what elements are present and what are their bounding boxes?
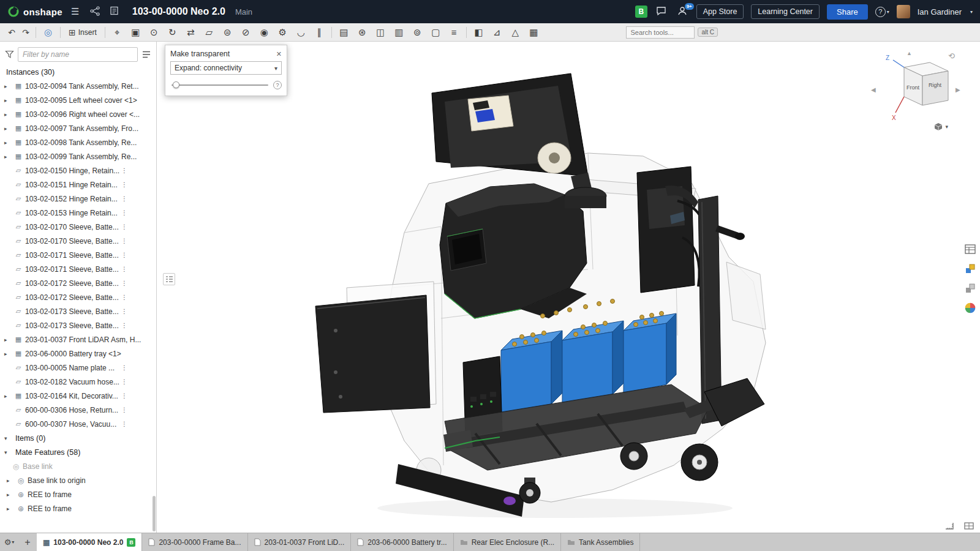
cylindrical-mate-icon[interactable]: ⊜ xyxy=(219,25,236,40)
ball-mate-icon[interactable]: ◉ xyxy=(255,25,273,40)
instance-row[interactable]: ▱103-02-0171 Sleeve, Batte...⋮ xyxy=(0,262,156,276)
instance-row[interactable]: ▱103-02-0173 Sleeve, Batte...⋮ xyxy=(0,304,156,318)
tree-collapse-toggle[interactable] xyxy=(163,273,175,285)
expand-caret-icon[interactable]: ▸ xyxy=(4,351,13,357)
search-tools-input[interactable] xyxy=(626,26,695,39)
instance-row[interactable]: ▱103-02-0152 Hinge Retain...⋮ xyxy=(0,192,156,206)
mass-properties-icon[interactable]: △ xyxy=(507,25,524,40)
tree-scrollbar[interactable] xyxy=(153,496,156,531)
instance-row[interactable]: ▸▦203-01-0037 Front LiDAR Asm, H... xyxy=(0,332,156,347)
section-view-icon[interactable]: ◧ xyxy=(470,25,488,40)
fastened-mate-icon[interactable]: ⊙ xyxy=(145,25,163,40)
expand-caret-icon[interactable]: ▸ xyxy=(7,506,16,512)
expand-caret-icon[interactable]: ▸ xyxy=(4,97,13,103)
mate-feature-row[interactable]: ◎Base link xyxy=(0,459,156,473)
display-states-panel-button[interactable] xyxy=(962,280,979,296)
view-cube[interactable]: ◀ ▶ ▲ ⟲ Front Right Z X xyxy=(869,47,967,129)
instance-row[interactable]: ▱103-02-0172 Sleeve, Batte...⋮ xyxy=(0,276,156,290)
linear-pattern-icon[interactable]: ▤ xyxy=(335,25,353,40)
help-icon[interactable]: ? xyxy=(273,81,282,89)
expand-caret-icon[interactable]: ▸ xyxy=(4,337,13,343)
expand-caret-icon[interactable]: ▸ xyxy=(4,140,13,146)
rotate-right-arrow-icon[interactable]: ▶ xyxy=(956,86,960,93)
graphics-area[interactable]: Make transparent ✕ Expand: connectivity … xyxy=(157,42,980,533)
collapse-caret-icon[interactable]: ▾ xyxy=(4,435,13,441)
instance-row[interactable]: ▱103-02-0172 Sleeve, Batte...⋮ xyxy=(0,290,156,304)
instance-row[interactable]: ▸▦203-06-0000 Battery tray <1> xyxy=(0,347,156,361)
bom-table-icon[interactable]: ▦ xyxy=(525,25,543,40)
replicate-icon[interactable]: ▥ xyxy=(390,25,408,40)
mate-feature-row[interactable]: ▸⊕REE to frame xyxy=(0,487,156,501)
comments-icon[interactable] xyxy=(655,6,668,18)
instance-row[interactable]: ▱103-02-0170 Sleeve, Batte...⋮ xyxy=(0,220,156,234)
filter-by-name-input[interactable] xyxy=(18,47,138,62)
instance-row[interactable]: ▱103-00-0005 Name plate ...⋮ xyxy=(0,361,156,375)
learning-center-button[interactable]: Learning Center xyxy=(751,4,820,19)
instance-row[interactable]: ▱103-02-0151 Hinge Retain...⋮ xyxy=(0,178,156,192)
expand-caret-icon[interactable]: ▸ xyxy=(4,111,13,118)
instance-row[interactable]: ▸▦103-02-0099 Tank Assembly, Re... xyxy=(0,149,156,163)
appearance-panel-button[interactable] xyxy=(962,300,979,316)
instance-row[interactable]: ▸▦103-02-0164 Kit, Decorativ...⋮ xyxy=(0,389,156,403)
instance-row[interactable]: ▱600-00-0307 Hose, Vacuu...⋮ xyxy=(0,417,156,431)
bom-panel-button[interactable] xyxy=(962,241,979,257)
instance-row[interactable]: ▸▦103-02-0098 Tank Assembly, Re... xyxy=(0,135,156,149)
instance-row[interactable]: ▸▦103-02-0096 Right wheel cover <... xyxy=(0,107,156,121)
scale-indicator-icon[interactable] xyxy=(944,522,954,530)
instance-row[interactable]: ▸▦103-02-0094 Tank Assembly, Ret... xyxy=(0,79,156,93)
tab-battery-tray[interactable]: 203-06-0000 Battery tr... xyxy=(351,533,453,551)
instance-row[interactable]: ▱103-02-0150 Hinge, Retain...⋮ xyxy=(0,163,156,178)
versions-graph-icon[interactable] xyxy=(88,6,102,18)
transparency-slider[interactable] xyxy=(172,84,268,86)
rotate-left-arrow-icon[interactable]: ◀ xyxy=(871,86,876,93)
slider-thumb[interactable] xyxy=(173,81,179,88)
instance-row[interactable]: ▱103-02-0170 Sleeve, Batte...⋮ xyxy=(0,234,156,248)
exploded-view-icon[interactable]: ⊚ xyxy=(409,25,426,40)
instance-row[interactable]: ▱600-00-0306 Hose, Return...⋮ xyxy=(0,403,156,417)
expand-caret-icon[interactable]: ▸ xyxy=(7,478,16,484)
edit-in-context-icon[interactable]: ◎ xyxy=(39,25,57,40)
user-menu-chevron-icon[interactable]: ▾ xyxy=(970,9,973,15)
app-store-button[interactable]: App Store xyxy=(696,4,744,19)
collapse-caret-icon[interactable]: ▾ xyxy=(4,449,13,455)
configurations-panel-button[interactable] xyxy=(962,261,979,277)
help-menu[interactable]: ? ▾ xyxy=(875,7,889,17)
instance-row[interactable]: ▸▦103-02-0095 Left wheel cover <1> xyxy=(0,93,156,107)
insert-button[interactable]: ⊞ Insert xyxy=(64,25,102,40)
parallel-relation-icon[interactable]: ∥ xyxy=(311,25,328,40)
tangent-mate-icon[interactable]: ◡ xyxy=(292,25,310,40)
instance-row[interactable]: ▱103-02-0173 Sleeve, Batte...⋮ xyxy=(0,318,156,332)
rotate-up-arrow-icon[interactable]: ▲ xyxy=(907,50,912,56)
onshape-logo[interactable]: onshape xyxy=(7,6,62,18)
units-grid-icon[interactable] xyxy=(964,522,974,530)
instance-row[interactable]: ▸▦103-02-0097 Tank Assembly, Fro... xyxy=(0,121,156,135)
instance-row[interactable]: ▱103-02-0171 Sleeve, Batte...⋮ xyxy=(0,248,156,262)
expand-caret-icon[interactable]: ▸ xyxy=(4,393,13,399)
mate-feature-row[interactable]: ▸◎Base link to origin xyxy=(0,473,156,487)
redo-button[interactable]: ↷ xyxy=(19,25,32,40)
planar-mate-icon[interactable]: ▱ xyxy=(200,25,218,40)
group-icon[interactable]: ▣ xyxy=(127,25,145,40)
snapshot-icon[interactable]: ▢ xyxy=(427,25,445,40)
slider-mate-icon[interactable]: ⇄ xyxy=(182,25,200,40)
tab-manager-button[interactable]: ⚙ ▾ xyxy=(0,533,18,551)
release-status-badge[interactable]: B xyxy=(635,6,647,18)
pin-slot-mate-icon[interactable]: ⊘ xyxy=(237,25,255,40)
share-button[interactable]: Share xyxy=(827,4,868,20)
list-options-icon[interactable] xyxy=(141,50,151,59)
expand-mode-select[interactable]: Expand: connectivity ▾ xyxy=(170,61,282,75)
measure-icon[interactable]: ⊿ xyxy=(488,25,506,40)
expand-caret-icon[interactable]: ▸ xyxy=(4,83,13,89)
user-name[interactable]: Ian Gardiner xyxy=(918,7,962,17)
tab-frame-base[interactable]: 203-00-0000 Frame Ba... xyxy=(142,533,247,551)
close-icon[interactable]: ✕ xyxy=(276,50,282,58)
mate-features-section-header[interactable]: ▾Mate Features (58) xyxy=(0,445,156,459)
circular-pattern-icon[interactable]: ⊛ xyxy=(353,25,371,40)
instance-row[interactable]: ▱103-02-0182 Vacuum hose...⋮ xyxy=(0,375,156,389)
revolute-mate-icon[interactable]: ↻ xyxy=(164,25,181,40)
avatar[interactable] xyxy=(897,5,910,18)
tab-tank-assemblies-folder[interactable]: Tank Assemblies xyxy=(561,533,640,551)
roll-arrow-icon[interactable]: ⟲ xyxy=(948,51,955,61)
expand-caret-icon[interactable]: ▸ xyxy=(4,126,13,132)
instance-row[interactable]: ▱103-02-0153 Hinge Retain...⋮ xyxy=(0,206,156,220)
